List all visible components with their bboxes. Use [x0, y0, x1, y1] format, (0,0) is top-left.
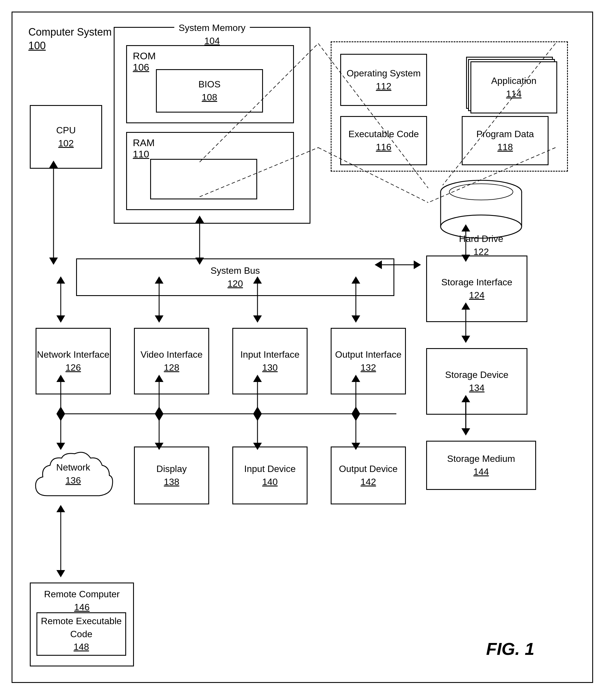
network-label: Network 136 [56, 461, 90, 487]
system-memory-label: System Memory 104 [178, 21, 245, 48]
ram-label: RAM 110 [133, 137, 155, 160]
storage-medium-label: Storage Medium 144 [447, 452, 515, 478]
app-box: Application 114 [470, 61, 557, 114]
output-device-box: Output Device 142 [331, 446, 406, 505]
storage-device-label: Storage Device 134 [445, 369, 509, 394]
os-box: Operating System 112 [340, 54, 427, 106]
system-bus-box: System Bus 120 [76, 258, 394, 296]
fig-label: FIG. 1 [486, 639, 534, 659]
output-device-label: Output Device 142 [339, 462, 398, 489]
rom-box: ROM 106 BIOS 108 [126, 45, 294, 123]
cpu-box: CPU 102 [30, 105, 102, 169]
video-interface-label: Video Interface 128 [141, 348, 203, 374]
svg-point-5 [449, 184, 513, 200]
display-label: Display 138 [157, 462, 187, 489]
exec-code-box: Executable Code 116 [340, 116, 427, 165]
output-interface-label: Output Interface 132 [335, 348, 401, 374]
outer-border: Computer System 100 System Memory 104 RO… [12, 12, 593, 683]
hard-drive-label: Hard Drive 122 [459, 232, 503, 258]
exec-code-label: Executable Code 116 [348, 127, 419, 154]
input-device-label: Input Device 140 [244, 462, 296, 489]
os-label: Operating System 112 [347, 67, 421, 93]
rom-label: ROM 106 [133, 50, 156, 73]
computer-system-label: Computer System 100 [28, 25, 112, 53]
program-data-label: Program Data 118 [476, 127, 534, 154]
output-interface-box: Output Interface 132 [331, 328, 406, 394]
remote-exec-label: Remote Executable Code 148 [37, 615, 125, 653]
hard-drive-shape [438, 177, 524, 241]
input-interface-box: Input Interface 130 [232, 328, 308, 394]
remote-computer-label: Remote Computer 146 [36, 588, 127, 614]
ram-inner-box [150, 159, 257, 199]
remote-exec-box: Remote Executable Code 148 [36, 612, 126, 656]
hard-drive-wrap: Hard Drive 122 [426, 177, 536, 258]
system-memory-box: System Memory 104 ROM 106 BIOS 108 [114, 27, 310, 224]
app-label: Application 114 [491, 74, 537, 100]
storage-device-box: Storage Device 134 [426, 348, 527, 415]
input-interface-label: Input Interface 130 [240, 348, 300, 374]
input-device-box: Input Device 140 [232, 446, 308, 505]
network-interface-box: Network Interface 126 [36, 328, 111, 394]
dashed-group-box: Operating System 112 Application 114 Exe… [331, 41, 568, 172]
network-interface-label: Network Interface 126 [37, 348, 110, 374]
bios-label: BIOS 108 [198, 78, 221, 104]
storage-medium-box: Storage Medium 144 [426, 441, 536, 490]
display-box: Display 138 [134, 446, 209, 505]
remote-computer-box: Remote Computer 146 Remote Executable Co… [30, 582, 134, 666]
storage-interface-label: Storage Interface 124 [441, 276, 512, 302]
bios-box: BIOS 108 [156, 69, 263, 113]
system-bus-label: System Bus 120 [211, 264, 260, 290]
network-box: Network 136 [30, 444, 117, 525]
storage-interface-box: Storage Interface 124 [426, 256, 527, 322]
video-interface-box: Video Interface 128 [134, 328, 209, 394]
program-data-box: Program Data 118 [462, 116, 549, 165]
cpu-label: CPU 102 [56, 124, 76, 150]
ram-box: RAM 110 [126, 132, 294, 210]
